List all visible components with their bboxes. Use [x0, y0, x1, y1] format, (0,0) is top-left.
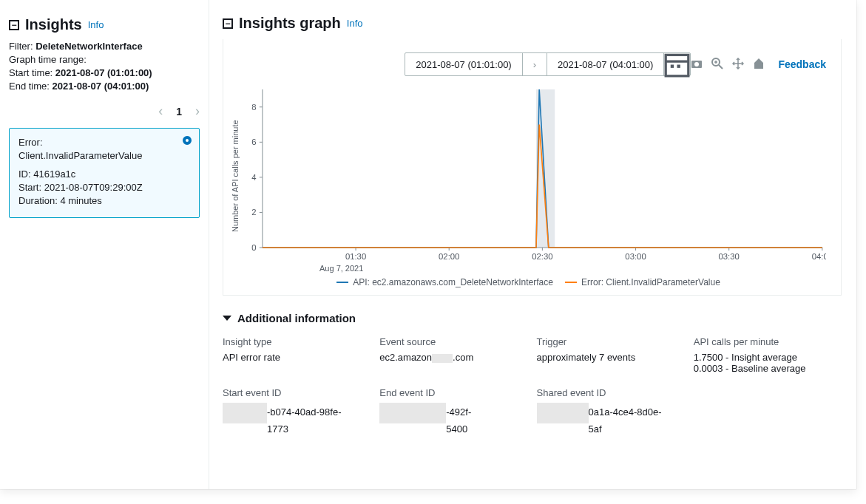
filter-line: Filter: DeleteNetworkInterface: [9, 41, 206, 52]
sidebar-info-link[interactable]: Info: [88, 19, 104, 30]
collapse-icon[interactable]: [223, 18, 233, 29]
svg-text:8: 8: [251, 103, 256, 112]
time-end[interactable]: 2021-08-07 (04:01:00): [547, 53, 663, 75]
insight-start: Start: 2021-08-07T09:29:00Z: [18, 182, 190, 193]
cell-event-source: Event source ec2.amazon.com: [379, 336, 527, 374]
insight-id: ID: 41619a1c: [18, 168, 190, 180]
legend-item[interactable]: API: ec2.amazonaws.com_DeleteNetworkInte…: [336, 277, 553, 287]
line-chart[interactable]: 0246801:3002:0002:3003:0003:3004:00: [240, 84, 826, 268]
svg-text:02:00: 02:00: [439, 252, 459, 261]
range-line: Graph time range:: [9, 54, 206, 65]
svg-line-7: [719, 65, 723, 69]
caret-down-icon[interactable]: [223, 316, 231, 321]
svg-text:6: 6: [251, 137, 256, 146]
graph-info-link[interactable]: Info: [347, 18, 363, 29]
cell-trigger: Trigger approximately 7 events: [537, 336, 685, 374]
camera-icon[interactable]: [691, 58, 703, 72]
end-line: End time: 2021-08-07 (04:01:00): [9, 81, 206, 92]
insight-duration: Duration: 4 minutes: [18, 195, 190, 206]
time-start[interactable]: 2021-08-07 (01:01:00): [405, 53, 521, 75]
additional-heading: Additional information: [237, 312, 356, 324]
home-icon[interactable]: [753, 58, 765, 72]
zoom-icon[interactable]: [711, 58, 723, 72]
main-panel: Insights graph Info 2021-08-07 (01:01:00…: [209, 0, 856, 489]
chevron-left-icon[interactable]: ‹: [158, 103, 163, 119]
cell-end-event-id: End event ID -492f- 5400: [379, 387, 527, 435]
pagination: ‹ 1 ›: [9, 103, 200, 119]
svg-text:03:30: 03:30: [719, 252, 740, 261]
event-source-link[interactable]: ec2.amazon.com: [379, 352, 527, 363]
svg-text:0: 0: [251, 243, 256, 252]
svg-rect-3: [677, 64, 680, 67]
chart-legend: API: ec2.amazonaws.com_DeleteNetworkInte…: [231, 277, 826, 287]
sidebar-title: Insights: [25, 16, 82, 33]
pan-icon[interactable]: [732, 58, 744, 72]
collapse-icon[interactable]: [9, 20, 19, 30]
svg-text:01:30: 01:30: [345, 252, 366, 261]
insight-error-name: Client.InvalidParameterValue: [18, 150, 142, 161]
cell-api-calls: API calls per minute 1.7500 - Insight av…: [694, 336, 842, 374]
svg-text:04:00: 04:00: [812, 252, 826, 261]
svg-text:4: 4: [251, 173, 256, 182]
pagination-current: 1: [176, 106, 182, 118]
insight-error-label: Error:: [18, 137, 43, 148]
chevron-right-icon: ›: [522, 53, 547, 75]
insights-sidebar: Insights Info Filter: DeleteNetworkInter…: [0, 0, 209, 489]
feedback-link[interactable]: Feedback: [778, 58, 826, 70]
svg-rect-2: [671, 64, 674, 67]
cell-insight-type: Insight type API error rate: [223, 336, 371, 374]
time-range-picker[interactable]: 2021-08-07 (01:01:00) › 2021-08-07 (04:0…: [405, 52, 691, 76]
graph-title: Insights graph: [239, 15, 341, 32]
svg-text:2: 2: [251, 208, 256, 217]
trigger-link[interactable]: approximately 7 events: [537, 352, 685, 363]
selected-indicator-icon: [183, 136, 192, 145]
cell-start-event-id: Start event ID -b074-40ad-98fe- 1773: [223, 387, 371, 435]
additional-information: Additional information Insight type API …: [223, 312, 842, 435]
chevron-right-icon[interactable]: ›: [195, 103, 200, 119]
cell-shared-event-id: Shared event ID 0a1a-4ce4-8d0e- 5af: [537, 387, 685, 435]
start-line: Start time: 2021-08-07 (01:01:00): [9, 67, 206, 78]
svg-text:03:00: 03:00: [625, 252, 646, 261]
y-axis-label: Number of API calls per minute: [231, 84, 240, 268]
legend-item[interactable]: Error: Client.InvalidParameterValue: [565, 277, 720, 287]
svg-point-5: [694, 62, 699, 67]
insight-card[interactable]: Error: Client.InvalidParameterValue ID: …: [9, 128, 200, 218]
svg-text:02:30: 02:30: [532, 252, 552, 261]
calendar-icon[interactable]: [663, 53, 690, 75]
